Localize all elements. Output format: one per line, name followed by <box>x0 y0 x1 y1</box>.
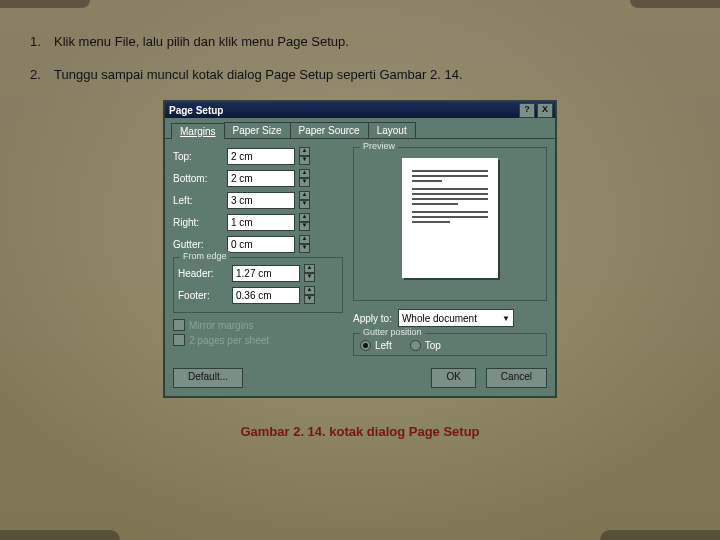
tab-paper-source[interactable]: Paper Source <box>290 122 369 138</box>
gutter-input[interactable]: 0 cm <box>227 236 295 253</box>
dialog-title: Page Setup <box>169 105 223 116</box>
ok-button[interactable]: OK <box>431 368 475 388</box>
chevron-up-icon[interactable]: ▲ <box>299 213 310 222</box>
step-1-text: Klik menu File, lalu pilih dan klik menu… <box>54 34 349 49</box>
header-label: Header: <box>178 268 228 279</box>
checkbox-icon <box>173 334 185 346</box>
preview-group: Preview <box>353 147 547 301</box>
bottom-input[interactable]: 2 cm <box>227 170 295 187</box>
chevron-up-icon[interactable]: ▲ <box>299 147 310 156</box>
gutter-position-label: Gutter position <box>360 327 425 337</box>
chevron-down-icon[interactable]: ▼ <box>299 244 310 253</box>
tab-strip: Margins Paper Size Paper Source Layout <box>165 118 555 139</box>
chevron-down-icon[interactable]: ▼ <box>304 295 315 304</box>
dialog-titlebar[interactable]: Page Setup ? X <box>165 102 555 118</box>
chevron-down-icon[interactable]: ▼ <box>299 200 310 209</box>
radio-icon <box>410 340 421 351</box>
footer-input[interactable]: 0.36 cm <box>232 287 300 304</box>
step-1-num: 1. <box>30 34 54 49</box>
help-button[interactable]: ? <box>519 103 535 118</box>
left-label: Left: <box>173 195 223 206</box>
right-label: Right: <box>173 217 223 228</box>
apply-to-select[interactable]: Whole document▼ <box>398 309 514 327</box>
from-edge-group: From edge Header:1.27 cm▲▼ Footer:0.36 c… <box>173 257 343 313</box>
gutter-top-radio[interactable]: Top <box>410 340 441 351</box>
figure-caption: Gambar 2. 14. kotak dialog Page Setup <box>30 424 690 439</box>
step-2-num: 2. <box>30 67 54 82</box>
left-spinner[interactable]: ▲▼ <box>299 191 310 209</box>
gutter-position-group: Gutter position Left Top <box>353 333 547 356</box>
chevron-up-icon[interactable]: ▲ <box>299 235 310 244</box>
top-input[interactable]: 2 cm <box>227 148 295 165</box>
cancel-button[interactable]: Cancel <box>486 368 547 388</box>
preview-label: Preview <box>360 141 398 151</box>
default-button[interactable]: Default... <box>173 368 243 388</box>
chevron-up-icon[interactable]: ▲ <box>304 286 315 295</box>
chevron-down-icon[interactable]: ▼ <box>304 273 315 282</box>
top-label: Top: <box>173 151 223 162</box>
chevron-down-icon[interactable]: ▼ <box>299 222 310 231</box>
step-2: 2. Tunggu sampai muncul kotak dialog Pag… <box>30 67 690 82</box>
gutter-label: Gutter: <box>173 239 223 250</box>
step-2-text: Tunggu sampai muncul kotak dialog Page S… <box>54 67 463 82</box>
checkbox-icon <box>173 319 185 331</box>
tab-margins[interactable]: Margins <box>171 123 225 139</box>
header-input[interactable]: 1.27 cm <box>232 265 300 282</box>
tab-layout[interactable]: Layout <box>368 122 416 138</box>
gutter-spinner[interactable]: ▲▼ <box>299 235 310 253</box>
chevron-up-icon[interactable]: ▲ <box>304 264 315 273</box>
apply-to-label: Apply to: <box>353 313 392 324</box>
tab-paper-size[interactable]: Paper Size <box>224 122 291 138</box>
chevron-up-icon[interactable]: ▲ <box>299 169 310 178</box>
page-setup-dialog: Page Setup ? X Margins Paper Size Paper … <box>163 100 557 398</box>
gutter-left-radio[interactable]: Left <box>360 340 392 351</box>
right-input[interactable]: 1 cm <box>227 214 295 231</box>
chevron-down-icon[interactable]: ▼ <box>299 178 310 187</box>
from-edge-label: From edge <box>180 251 230 261</box>
header-spinner[interactable]: ▲▼ <box>304 264 315 282</box>
footer-label: Footer: <box>178 290 228 301</box>
left-input[interactable]: 3 cm <box>227 192 295 209</box>
bottom-label: Bottom: <box>173 173 223 184</box>
two-pages-checkbox: 2 pages per sheet <box>173 334 343 346</box>
footer-spinner[interactable]: ▲▼ <box>304 286 315 304</box>
chevron-down-icon[interactable]: ▼ <box>299 156 310 165</box>
top-spinner[interactable]: ▲▼ <box>299 147 310 165</box>
bottom-spinner[interactable]: ▲▼ <box>299 169 310 187</box>
page-preview <box>402 158 498 278</box>
mirror-margins-checkbox: Mirror margins <box>173 319 343 331</box>
chevron-up-icon[interactable]: ▲ <box>299 191 310 200</box>
chevron-down-icon: ▼ <box>502 314 510 323</box>
close-button[interactable]: X <box>537 103 553 118</box>
step-1: 1. Klik menu File, lalu pilih dan klik m… <box>30 34 690 49</box>
right-spinner[interactable]: ▲▼ <box>299 213 310 231</box>
radio-icon <box>360 340 371 351</box>
